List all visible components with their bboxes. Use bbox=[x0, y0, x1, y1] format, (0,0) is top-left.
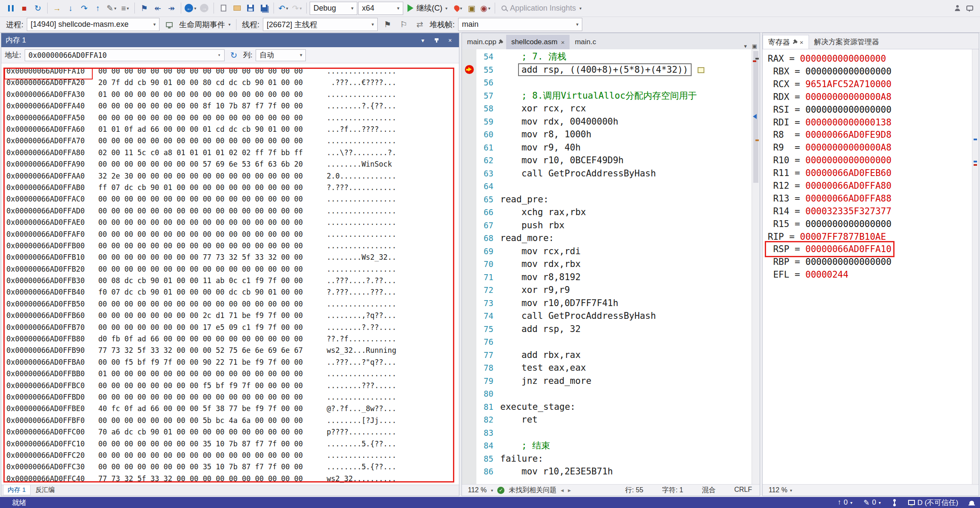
memory-ascii[interactable]: ..???....?.??... bbox=[327, 275, 459, 287]
solution-configuration-combo[interactable]: Debug▾ bbox=[310, 2, 357, 15]
breakpoint-margin[interactable] bbox=[462, 115, 476, 128]
memory-row[interactable]: 0x00000066AD0FFBB0 01 00 00 00 00 00 00 … bbox=[6, 368, 459, 380]
memory-ascii[interactable]: ........WinSock bbox=[327, 159, 459, 170]
code-text[interactable]: xchg rax,rbx bbox=[500, 206, 752, 219]
register-value[interactable]: 00007FF7877B10AE bbox=[800, 232, 886, 242]
code-line[interactable]: 85 failure: bbox=[462, 452, 752, 465]
memory-hex-bytes[interactable]: 32 2e 30 00 00 00 00 00 00 00 00 00 00 0… bbox=[98, 170, 327, 182]
memory-ascii[interactable]: ........,?q??... bbox=[327, 310, 459, 321]
stop-debugging-icon[interactable]: ■ bbox=[18, 1, 31, 15]
stack-frame-combo[interactable]: main▾ bbox=[458, 18, 582, 31]
memory-row[interactable]: 0x00000066AD0FFAD0 00 00 00 00 00 00 00 … bbox=[6, 205, 459, 217]
code-text[interactable]: mov r9, 40h bbox=[500, 141, 752, 154]
memory-grid[interactable]: 0x00000066AD0FFA10 00 00 00 00 00 00 00 … bbox=[1, 63, 459, 485]
tab-solution-explorer[interactable]: 解决方案资源管理器 bbox=[809, 35, 884, 49]
memory-hex-bytes[interactable]: 00 00 00 00 00 00 00 00 00 00 00 00 00 0… bbox=[98, 193, 327, 205]
register-row[interactable]: RCX = 9651AFC52A710000 bbox=[768, 78, 979, 91]
feedback-icon[interactable] bbox=[966, 6, 973, 11]
register-value[interactable]: 0000000000000000 bbox=[806, 105, 892, 115]
open-file-icon[interactable] bbox=[231, 1, 243, 15]
memory-ascii[interactable]: ................ bbox=[327, 65, 459, 77]
memory-row[interactable]: 0x00000066AD0FFA90 00 00 00 00 00 00 00 … bbox=[6, 159, 459, 170]
code-line[interactable]: 74 call GetProcAddressByHash bbox=[462, 309, 752, 323]
code-line[interactable]: 64 bbox=[462, 180, 752, 193]
memory-ascii[interactable]: ................ bbox=[327, 217, 459, 228]
memory-ascii[interactable]: ................ bbox=[327, 193, 459, 205]
active-files-dropdown-icon[interactable]: ▾ bbox=[741, 43, 749, 49]
memory-hex-bytes[interactable]: 00 00 00 00 00 00 00 00 77 73 32 5f 33 3… bbox=[98, 252, 327, 263]
code-line[interactable]: 66 xchg rax,rbx bbox=[462, 206, 752, 219]
memory-row[interactable]: 0x00000066AD0FFB70 00 00 00 00 00 00 00 … bbox=[6, 322, 459, 333]
memory-hex-bytes[interactable]: ff 07 dc cb 90 01 00 00 00 00 00 00 00 0… bbox=[98, 182, 327, 193]
code-line[interactable]: 65 read_pre: bbox=[462, 193, 752, 206]
code-line[interactable]: 71 mov r8,8192 bbox=[462, 271, 752, 284]
memory-ascii[interactable]: ................ bbox=[327, 205, 459, 217]
memory-ascii[interactable]: ws2_32.......... bbox=[327, 473, 459, 485]
register-value[interactable]: 00000066AD0FE9D8 bbox=[806, 130, 892, 140]
register-row[interactable]: R14 = 000032335F327377 bbox=[768, 205, 979, 218]
navigate-back-icon[interactable]: ←▾ bbox=[184, 1, 197, 15]
memory-hex-bytes[interactable]: 00 00 00 00 00 00 00 00 f5 bf f9 7f 00 0… bbox=[98, 380, 327, 392]
memory-hex-bytes[interactable]: 00 08 dc cb 90 01 00 00 11 ab 0c c1 f9 7… bbox=[98, 275, 327, 287]
register-value[interactable]: 0000000000000000 bbox=[806, 155, 892, 165]
breakpoint-margin[interactable] bbox=[462, 102, 476, 115]
memory-hex-bytes[interactable]: 00 00 00 00 00 00 00 00 00 00 00 00 00 0… bbox=[98, 112, 327, 124]
memory-ascii[interactable]: 2.0............. bbox=[327, 170, 459, 182]
memory-ascii[interactable]: ...\??........?. bbox=[327, 147, 459, 159]
memory-row[interactable]: 0x00000066AD0FFBA0 00 00 f5 bf f9 7f 00 … bbox=[6, 357, 459, 368]
register-value[interactable]: 0000000000000000 bbox=[806, 66, 892, 77]
memory-ascii[interactable]: ........?.{??... bbox=[327, 100, 459, 112]
memory-hex-bytes[interactable]: 00 00 00 00 00 00 00 00 00 00 00 00 00 0… bbox=[98, 229, 327, 240]
memory-ascii[interactable]: ??.?f........... bbox=[327, 333, 459, 345]
memory-hex-bytes[interactable]: 02 00 11 5c c0 a8 01 01 01 01 02 02 ff 7… bbox=[98, 147, 327, 159]
encoding-indicator[interactable]: 混合 bbox=[702, 486, 715, 495]
process-combo[interactable]: [14940] shellcode-masm.exe▾ bbox=[27, 18, 160, 31]
memory-hex-bytes[interactable]: 00 00 00 00 00 00 00 00 00 00 00 00 00 0… bbox=[98, 298, 327, 310]
code-line[interactable]: 58 xor rcx, rcx bbox=[462, 102, 752, 115]
previous-issue-icon[interactable]: ◂ bbox=[561, 487, 564, 494]
lifecycle-events-button[interactable] bbox=[163, 18, 176, 31]
live-share-icon[interactable] bbox=[954, 5, 960, 11]
memory-row[interactable]: 0x00000066AD0FFB20 00 00 00 00 00 00 00 … bbox=[6, 264, 459, 275]
memory-row[interactable]: 0x00000066AD0FFAC0 00 00 00 00 00 00 00 … bbox=[6, 193, 459, 205]
memory-ascii[interactable]: ................ bbox=[327, 298, 459, 310]
memory-row[interactable]: 0x00000066AD0FFC10 00 00 00 00 00 00 00 … bbox=[6, 438, 459, 450]
memory-hex-bytes[interactable]: 00 00 00 00 00 00 00 00 5b bc 4a 6a 00 0… bbox=[98, 415, 327, 426]
thread-combo[interactable]: [26672] 主线程▾ bbox=[263, 18, 378, 31]
breakpoint-margin[interactable] bbox=[462, 76, 476, 89]
memory-hex-bytes[interactable]: 00 00 00 00 00 00 00 00 00 00 00 00 00 0… bbox=[98, 205, 327, 217]
memory-row[interactable]: 0x00000066AD0FFC40 77 73 32 5f 33 32 00 … bbox=[6, 473, 459, 485]
issues-status[interactable]: 未找到相关问题 bbox=[509, 486, 556, 495]
tab-main-c[interactable]: main.c bbox=[570, 35, 601, 49]
code-line[interactable]: 69 mov rcx,rdi bbox=[462, 245, 752, 258]
show-flagged-threads-icon[interactable]: ⚐ bbox=[397, 18, 410, 31]
memory-hex-bytes[interactable]: 00 00 00 00 00 00 00 00 00 00 00 00 00 0… bbox=[98, 65, 327, 77]
health-check-icon[interactable]: ✓ bbox=[497, 487, 504, 494]
next-issue-icon[interactable]: ▸ bbox=[568, 487, 571, 494]
memory-ascii[interactable]: ................ bbox=[327, 112, 459, 124]
memory-hex-bytes[interactable]: 00 00 00 00 00 00 00 00 17 e5 09 c1 f9 7… bbox=[98, 322, 327, 333]
memory-row[interactable]: 0x00000066AD0FFA60 01 01 0f ad 66 00 00 … bbox=[6, 124, 459, 135]
tab-main-cpp[interactable]: main.cpp bbox=[462, 35, 506, 49]
code-text[interactable]: mov r8,8192 bbox=[500, 271, 752, 284]
code-text[interactable]: mov r10, 0BCEF49D9h bbox=[500, 154, 752, 167]
code-line[interactable]: 70 mov rdx,rbx bbox=[462, 258, 752, 271]
memory-ascii[interactable]: ...?f...????.... bbox=[327, 124, 459, 135]
memory-ascii[interactable]: ................ bbox=[327, 392, 459, 403]
register-value[interactable]: 00000066AD0FFA80 bbox=[806, 181, 892, 191]
memory-ascii[interactable]: ........?.??.... bbox=[327, 322, 459, 333]
code-line[interactable]: 84 ; 结束 bbox=[462, 439, 752, 452]
memory-row[interactable]: 0x00000066AD0FFA70 00 00 00 00 00 00 00 … bbox=[6, 135, 459, 147]
memory-ascii[interactable]: ws2_32...Running bbox=[327, 345, 459, 356]
code-line[interactable]: 63 call GetProcAddressByHash bbox=[462, 167, 752, 180]
code-line[interactable]: 61 mov r9, 40h bbox=[462, 141, 752, 154]
breakpoint-margin[interactable] bbox=[462, 284, 476, 297]
code-text[interactable]: mov r10,0D7FF7F41h bbox=[500, 297, 752, 310]
new-bookmark-icon[interactable]: ⚑ bbox=[138, 1, 151, 15]
solution-platform-combo[interactable]: x64▾ bbox=[358, 2, 403, 15]
dropdown-arrow-icon[interactable]: ▾ bbox=[488, 6, 490, 11]
code-text[interactable]: read_pre: bbox=[500, 193, 752, 206]
breakpoint-margin[interactable] bbox=[462, 154, 476, 167]
code-line[interactable]: 57 ; 8.调用VirtualAlloc分配内存空间用于 bbox=[462, 89, 752, 102]
save-all-icon[interactable] bbox=[258, 1, 271, 15]
